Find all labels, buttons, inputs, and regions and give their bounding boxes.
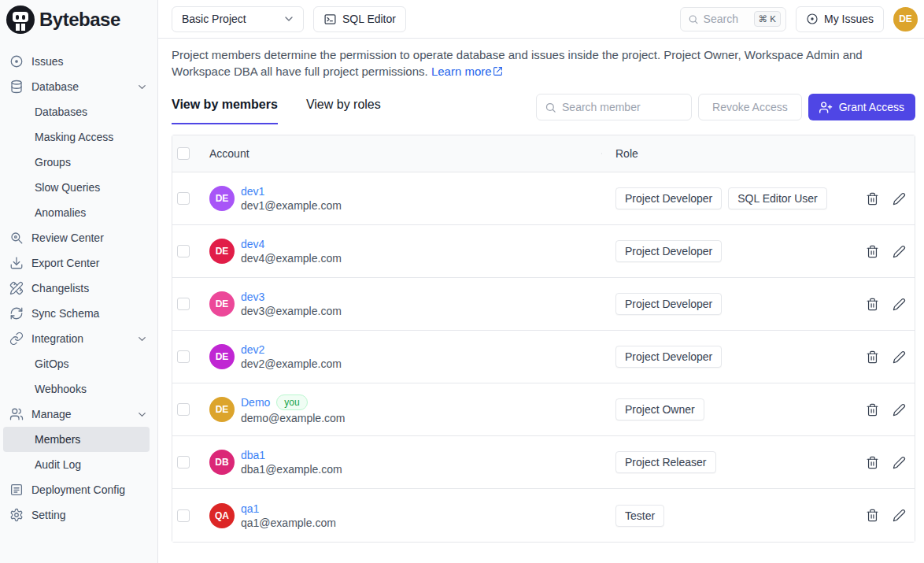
sidebar-nav: IssuesDatabaseDatabasesMasking AccessGro… [0,39,157,563]
circle-dot-icon [806,13,819,25]
member-email: dev2@example.com [241,357,342,370]
sidebar-item-database[interactable]: Database [0,74,157,99]
sidebar-item-review-center[interactable]: Review Center [0,225,157,250]
member-name-link[interactable]: dev3 [241,291,342,303]
sidebar-item-members[interactable]: Members [3,427,150,452]
sidebar-item-integration[interactable]: Integration [0,326,157,351]
edit-member-button[interactable] [893,509,906,522]
member-email: dba1@example.com [241,463,342,476]
sidebar-item-setting[interactable]: Setting [0,502,157,528]
row-checkbox[interactable] [177,192,190,205]
select-all-checkbox[interactable] [177,147,190,160]
sidebar-item-anomalies[interactable]: Anomalies [3,200,150,225]
member-name-link[interactable]: dev4 [241,238,342,250]
edit-member-button[interactable] [893,245,906,258]
row-checkbox[interactable] [177,403,190,416]
avatar: DE [209,186,235,211]
delete-member-button[interactable] [866,192,879,206]
learn-more-link[interactable]: Learn more [431,65,503,78]
trash-icon [866,456,879,469]
table-body: DEdev1dev1@example.comProject DeveloperS… [172,172,915,542]
my-issues-button[interactable]: My Issues [796,6,884,32]
project-selector[interactable]: Basic Project [172,6,304,32]
member-name-link[interactable]: dev2 [241,343,342,356]
row-checkbox[interactable] [177,298,190,310]
sidebar-item-groups[interactable]: Groups [3,150,150,175]
sidebar-item-deployment-config[interactable]: Deployment Config [0,477,157,502]
table-row: QAqa1qa1@example.comTester [172,489,915,542]
tab-view-by-members[interactable]: View by members [172,90,278,124]
sidebar-item-gitops[interactable]: GitOps [3,351,150,376]
member-search-input[interactable] [562,101,672,113]
member-email: dev4@example.com [241,252,342,265]
sidebar-item-webhooks[interactable]: Webhooks [3,376,150,402]
delete-member-button[interactable] [866,403,879,417]
review-icon [9,231,24,245]
sidebar-item-export-center[interactable]: Export Center [0,250,157,276]
search-icon [545,102,556,113]
member-name-link[interactable]: dba1 [241,449,342,461]
pencil-icon [893,245,906,258]
role-badge: Project Developer [615,346,722,368]
sidebar-item-databases[interactable]: Databases [3,99,150,124]
sidebar-item-changelists[interactable]: Changelists [0,276,157,301]
grant-access-button[interactable]: Grant Access [808,94,915,120]
changelists-icon [9,281,24,295]
sidebar-item-label: Setting [31,509,148,521]
tab-view-by-roles[interactable]: View by roles [306,90,381,124]
trash-icon [866,403,879,417]
delete-member-button[interactable] [866,245,879,258]
description-text: Project members determine the permission… [172,48,863,78]
sidebar-item-manage[interactable]: Manage [0,402,157,427]
member-name-link[interactable]: qa1 [241,502,336,515]
sidebar-item-audit-log[interactable]: Audit Log [3,452,150,477]
setting-icon [9,508,24,522]
global-search[interactable]: ⌘ K [680,7,786,31]
sidebar-item-label: Sync Schema [31,307,148,320]
edit-member-button[interactable] [893,403,906,417]
topbar-right: ⌘ K My Issues DE [680,6,918,32]
chevron-down-icon [283,13,295,25]
delete-member-button[interactable] [866,298,879,311]
chevron-down-icon [136,81,148,93]
sidebar-item-slow-queries[interactable]: Slow Queries [3,175,150,200]
member-search[interactable] [536,94,692,120]
trash-icon [866,245,879,258]
delete-member-button[interactable] [866,456,879,469]
delete-member-button[interactable] [866,350,879,364]
project-selector-value: Basic Project [182,13,246,25]
pencil-icon [893,509,906,522]
issues-icon [9,54,24,69]
main-column: Basic Project SQL Editor ⌘ K My Issues D… [158,0,924,563]
edit-member-button[interactable] [893,456,906,469]
revoke-access-button[interactable]: Revoke Access [698,94,802,120]
member-name-link[interactable]: Demoyou [241,394,346,410]
sidebar-item-issues[interactable]: Issues [0,49,157,74]
sql-editor-label: SQL Editor [342,13,396,25]
row-checkbox[interactable] [177,350,190,363]
avatar: DE [209,239,235,264]
sidebar-item-masking-access[interactable]: Masking Access [3,124,150,150]
database-icon [9,80,24,94]
row-checkbox[interactable] [177,456,190,469]
global-search-input[interactable] [704,13,749,25]
edit-member-button[interactable] [893,298,906,311]
row-checkbox[interactable] [177,509,190,522]
pencil-icon [893,350,906,364]
sql-editor-button[interactable]: SQL Editor [313,6,406,32]
table-row: DEDemoyoudemo@example.comProject Owner [172,383,915,436]
edit-member-button[interactable] [893,192,906,206]
bytebase-logo[interactable]: Bytebase [0,0,157,39]
row-checkbox[interactable] [177,245,190,257]
avatar: DE [209,397,235,422]
manage-icon [9,407,24,421]
user-avatar[interactable]: DE [893,7,918,31]
table-header: Account Role [172,135,915,172]
member-name-link[interactable]: dev1 [241,185,342,198]
bytebase-logo-icon [6,6,35,34]
delete-member-button[interactable] [866,509,879,522]
edit-member-button[interactable] [893,350,906,364]
table-row: DBdba1dba1@example.comProject Releaser [172,436,915,489]
sidebar-item-sync-schema[interactable]: Sync Schema [0,301,157,326]
role-badge: Project Developer [615,293,722,315]
